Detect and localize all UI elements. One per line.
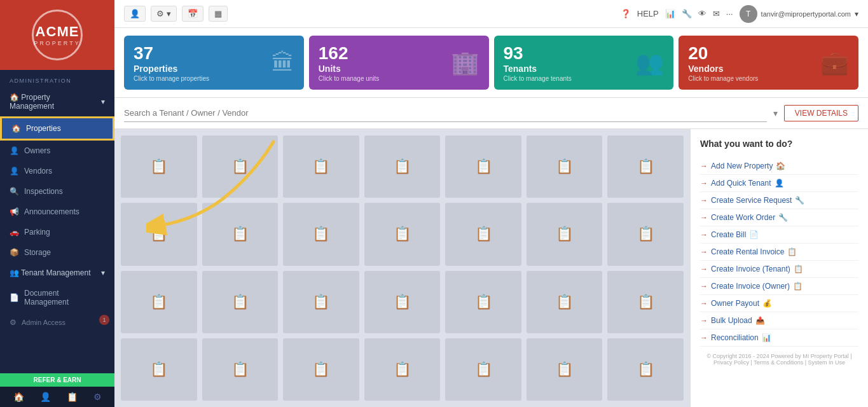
card-doc-icon: 📋 xyxy=(394,226,411,242)
grid-card[interactable]: 📋 xyxy=(445,271,521,333)
vendors-icon: 👤 xyxy=(10,167,19,176)
settings-icon-btn[interactable]: ⚙ ▾ xyxy=(151,6,177,22)
grid-card[interactable]: 📋 xyxy=(121,135,197,198)
sidebar-item-owners[interactable]: 👤 Owners xyxy=(0,141,114,161)
grid-card[interactable]: 📋 xyxy=(364,338,441,401)
parking-label: Parking xyxy=(24,228,50,237)
user-icon-btn[interactable]: 👤 xyxy=(124,6,146,22)
action-bulk-upload[interactable]: → Bulk Upload 📤 xyxy=(700,312,858,329)
action-add-new-property[interactable]: → Add New Property 🏠 xyxy=(700,158,858,175)
sidebar-bottom: REFER & EARN 🏠 👤 📋 ⚙ xyxy=(0,373,114,407)
grid-card[interactable]: 📋 xyxy=(202,203,279,265)
stat-card-tenants[interactable]: 93 Tenants Click to manage tenants 👥 xyxy=(494,36,674,90)
card-doc-icon: 📋 xyxy=(637,226,654,242)
card-doc-icon: 📋 xyxy=(150,158,167,175)
calendar-icon-btn[interactable]: 📅 xyxy=(182,6,203,22)
admin-section-label: ADMINISTRATION xyxy=(0,70,114,87)
inspections-label: Inspections xyxy=(24,187,63,196)
sidebar-item-admin-access[interactable]: ⚙ Admin Access 1 xyxy=(0,312,114,333)
card-doc-icon: 📋 xyxy=(637,361,654,378)
card-doc-icon: 📋 xyxy=(231,361,249,378)
stat-card-units[interactable]: 162 Units Click to manage units 🏢 xyxy=(309,36,489,90)
tenants-number: 93 xyxy=(504,43,572,64)
action-owner-payout[interactable]: → Owner Payout 💰 xyxy=(700,295,858,312)
grid-card[interactable]: 📋 xyxy=(283,135,359,198)
grid-card[interactable]: 📋 xyxy=(283,271,359,333)
stat-card-properties[interactable]: 37 Properties Click to manage properties… xyxy=(124,36,304,90)
inspections-icon: 🔍 xyxy=(10,187,19,196)
grid-card[interactable]: 📋 xyxy=(202,135,279,198)
grid-card[interactable]: 📋 xyxy=(121,338,197,401)
grid-card[interactable]: 📋 xyxy=(202,271,279,333)
grid-card[interactable]: 📋 xyxy=(445,338,521,401)
sidebar-item-announcements[interactable]: 📢 Announcements xyxy=(0,202,114,222)
action-label: Add New Property xyxy=(711,162,773,170)
properties-icon: 🏛 xyxy=(272,50,294,76)
action-label: Create Bill xyxy=(711,230,746,239)
tenant-invoice-icon: 📋 xyxy=(794,265,803,273)
grid-card[interactable]: 📋 xyxy=(283,203,359,265)
grid-card[interactable]: 📋 xyxy=(283,338,359,401)
vendors-label: Vendors xyxy=(24,167,52,176)
action-create-bill[interactable]: → Create Bill 📄 xyxy=(700,226,858,244)
tenant-management-label: 👥 Tenant Management xyxy=(10,268,91,277)
eye-icon[interactable]: 👁 xyxy=(698,9,706,18)
sidebar-item-property-management[interactable]: 🏠 Property Management ▾ xyxy=(0,87,114,116)
stat-card-vendors[interactable]: 20 Vendors Click to manage vendors 💼 xyxy=(679,36,858,90)
chart-icon[interactable]: 📊 xyxy=(665,9,675,18)
dots-icon[interactable]: ··· xyxy=(726,9,733,18)
sidebar-item-document-management[interactable]: 📄 Document Management xyxy=(0,283,114,312)
units-stat-info: 162 Units Click to manage units xyxy=(319,43,380,82)
grid-card[interactable]: 📋 xyxy=(202,338,279,401)
grid-icon-btn[interactable]: ▦ xyxy=(209,6,228,22)
footer-icon-4[interactable]: ⚙ xyxy=(93,392,102,402)
user-menu[interactable]: T tanvir@mipropertyportal.com ▾ xyxy=(740,5,858,23)
grid-card[interactable]: 📋 xyxy=(121,203,197,265)
search-input[interactable] xyxy=(124,104,767,122)
action-create-rental-invoice[interactable]: → Create Rental Invoice 📋 xyxy=(700,244,858,261)
grid-card[interactable]: 📋 xyxy=(607,203,684,265)
sidebar-item-inspections[interactable]: 🔍 Inspections xyxy=(0,181,114,202)
arrow-icon: → xyxy=(700,179,708,188)
view-details-button[interactable]: VIEW DETAILS xyxy=(784,105,858,121)
grid-card[interactable]: 📋 xyxy=(445,135,521,198)
action-create-service-request[interactable]: → Create Service Request 🔧 xyxy=(700,192,858,209)
footer-icon-2[interactable]: 👤 xyxy=(40,392,51,402)
reconciliation-icon: 📊 xyxy=(762,333,771,342)
grid-card[interactable]: 📋 xyxy=(527,203,603,265)
logo-sub: PROPERTY xyxy=(34,40,80,46)
grid-card[interactable]: 📋 xyxy=(527,338,603,401)
wrench-icon[interactable]: 🔧 xyxy=(682,9,692,18)
action-add-quick-tenant[interactable]: → Add Quick Tenant 👤 xyxy=(700,175,858,192)
grid-card[interactable]: 📋 xyxy=(364,135,441,198)
action-create-invoice-owner[interactable]: → Create Invoice (Owner) 📋 xyxy=(700,278,858,295)
footer-copyright: © Copyright 2016 - 2024 Powered by MI Pr… xyxy=(700,353,858,366)
grid-card[interactable]: 📋 xyxy=(527,271,603,333)
action-create-work-order[interactable]: → Create Work Order 🔧 xyxy=(700,209,858,226)
grid-card[interactable]: 📋 xyxy=(527,135,603,198)
earn-bar[interactable]: REFER & EARN xyxy=(0,373,114,387)
mail-icon[interactable]: ✉ xyxy=(713,9,720,18)
footer-icon-1[interactable]: 🏠 xyxy=(13,392,24,402)
footer-icon-3[interactable]: 📋 xyxy=(67,392,78,402)
topbar-right: ❓ HELP 📊 🔧 👁 ✉ ··· T tanvir@mipropertypo… xyxy=(621,5,858,23)
grid-card[interactable]: 📋 xyxy=(121,271,197,333)
action-reconciliation[interactable]: → Reconciliation 📊 xyxy=(700,329,858,347)
sidebar-item-parking[interactable]: 🚗 Parking xyxy=(0,222,114,242)
grid-card[interactable]: 📋 xyxy=(607,338,684,401)
grid-card[interactable]: 📋 xyxy=(364,203,441,265)
sidebar-item-tenant-management[interactable]: 👥 Tenant Management ▾ xyxy=(0,263,114,283)
sidebar-item-vendors[interactable]: 👤 Vendors xyxy=(0,161,114,181)
grid-card[interactable]: 📋 xyxy=(607,135,684,198)
sidebar: ACME PROPERTY ADMINISTRATION 🏠 Property … xyxy=(0,0,114,407)
sidebar-item-properties[interactable]: 🏠 Properties xyxy=(0,116,114,141)
storage-label: Storage xyxy=(24,248,51,257)
property-action-icon: 🏠 xyxy=(776,162,785,170)
units-label-stat: Units xyxy=(319,64,380,74)
action-create-invoice-tenant[interactable]: → Create Invoice (Tenant) 📋 xyxy=(700,261,858,278)
grid-card[interactable]: 📋 xyxy=(364,271,441,333)
sidebar-item-storage[interactable]: 📦 Storage xyxy=(0,242,114,263)
grid-card[interactable]: 📋 xyxy=(607,271,684,333)
grid-card[interactable]: 📋 xyxy=(445,203,521,265)
action-label: Add Quick Tenant xyxy=(711,179,771,188)
